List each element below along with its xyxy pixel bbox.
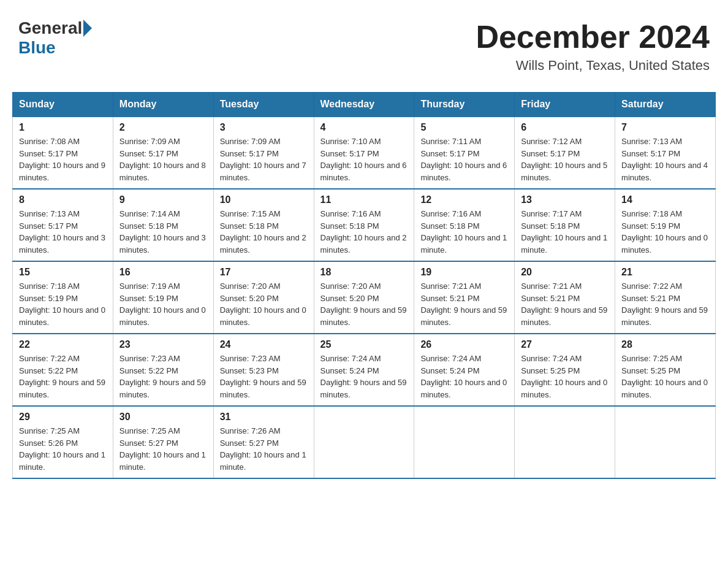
table-row: 22 Sunrise: 7:22 AM Sunset: 5:22 PM Dayl… <box>13 334 113 406</box>
table-row: 17 Sunrise: 7:20 AM Sunset: 5:20 PM Dayl… <box>213 261 314 334</box>
logo-general: General <box>18 18 82 38</box>
logo-arrow-icon <box>83 20 92 37</box>
table-row: 23 Sunrise: 7:23 AM Sunset: 5:22 PM Dayl… <box>113 334 213 406</box>
day-info: Sunrise: 7:10 AM Sunset: 5:17 PM Dayligh… <box>320 136 408 183</box>
day-number: 21 <box>621 267 709 278</box>
day-number: 2 <box>119 122 207 133</box>
day-info: Sunrise: 7:14 AM Sunset: 5:18 PM Dayligh… <box>119 208 207 256</box>
day-number: 26 <box>420 339 508 350</box>
page-header: General Blue December 2024 Wills Point, … <box>12 12 716 80</box>
table-row: 21 Sunrise: 7:22 AM Sunset: 5:21 PM Dayl… <box>615 261 716 334</box>
day-info: Sunrise: 7:18 AM Sunset: 5:19 PM Dayligh… <box>621 208 709 256</box>
table-row: 14 Sunrise: 7:18 AM Sunset: 5:19 PM Dayl… <box>615 189 716 261</box>
day-info: Sunrise: 7:16 AM Sunset: 5:18 PM Dayligh… <box>320 208 408 256</box>
table-row <box>615 406 716 478</box>
col-saturday: Saturday <box>615 93 716 117</box>
table-row: 9 Sunrise: 7:14 AM Sunset: 5:18 PM Dayli… <box>113 189 213 261</box>
table-row <box>414 406 515 478</box>
table-row: 11 Sunrise: 7:16 AM Sunset: 5:18 PM Dayl… <box>314 189 414 261</box>
day-number: 5 <box>420 122 508 133</box>
calendar-week-2: 8 Sunrise: 7:13 AM Sunset: 5:17 PM Dayli… <box>13 189 716 261</box>
title-block: December 2024 Wills Point, Texas, United… <box>476 18 710 74</box>
table-row: 2 Sunrise: 7:09 AM Sunset: 5:17 PM Dayli… <box>113 117 213 189</box>
table-row: 16 Sunrise: 7:19 AM Sunset: 5:19 PM Dayl… <box>113 261 213 334</box>
day-info: Sunrise: 7:21 AM Sunset: 5:21 PM Dayligh… <box>420 280 508 328</box>
calendar-table: Sunday Monday Tuesday Wednesday Thursday… <box>12 92 716 479</box>
day-info: Sunrise: 7:09 AM Sunset: 5:17 PM Dayligh… <box>119 136 207 183</box>
day-number: 19 <box>420 267 508 278</box>
col-sunday: Sunday <box>13 93 113 117</box>
day-number: 3 <box>220 122 308 133</box>
day-info: Sunrise: 7:15 AM Sunset: 5:18 PM Dayligh… <box>220 208 308 256</box>
day-number: 18 <box>320 267 408 278</box>
table-row <box>314 406 414 478</box>
day-number: 24 <box>220 339 308 350</box>
table-row <box>515 406 615 478</box>
day-number: 15 <box>19 267 107 278</box>
table-row: 3 Sunrise: 7:09 AM Sunset: 5:17 PM Dayli… <box>213 117 314 189</box>
day-number: 27 <box>521 339 609 350</box>
table-row: 15 Sunrise: 7:18 AM Sunset: 5:19 PM Dayl… <box>13 261 113 334</box>
logo-text: General <box>18 18 92 38</box>
day-number: 12 <box>420 194 508 205</box>
day-info: Sunrise: 7:19 AM Sunset: 5:19 PM Dayligh… <box>119 280 207 328</box>
day-info: Sunrise: 7:25 AM Sunset: 5:26 PM Dayligh… <box>19 425 107 473</box>
calendar-week-1: 1 Sunrise: 7:08 AM Sunset: 5:17 PM Dayli… <box>13 117 716 189</box>
day-number: 13 <box>521 194 609 205</box>
table-row: 12 Sunrise: 7:16 AM Sunset: 5:18 PM Dayl… <box>414 189 515 261</box>
table-row: 5 Sunrise: 7:11 AM Sunset: 5:17 PM Dayli… <box>414 117 515 189</box>
day-info: Sunrise: 7:23 AM Sunset: 5:23 PM Dayligh… <box>220 353 308 400</box>
day-number: 1 <box>19 122 107 133</box>
table-row: 30 Sunrise: 7:25 AM Sunset: 5:27 PM Dayl… <box>113 406 213 478</box>
day-info: Sunrise: 7:22 AM Sunset: 5:21 PM Dayligh… <box>621 280 709 328</box>
table-row: 29 Sunrise: 7:25 AM Sunset: 5:26 PM Dayl… <box>13 406 113 478</box>
day-number: 14 <box>621 194 709 205</box>
month-title: December 2024 <box>476 18 710 55</box>
day-info: Sunrise: 7:13 AM Sunset: 5:17 PM Dayligh… <box>621 136 709 183</box>
day-number: 30 <box>119 412 207 423</box>
day-info: Sunrise: 7:11 AM Sunset: 5:17 PM Dayligh… <box>420 136 508 183</box>
col-friday: Friday <box>515 93 615 117</box>
day-number: 20 <box>521 267 609 278</box>
day-info: Sunrise: 7:24 AM Sunset: 5:25 PM Dayligh… <box>521 353 609 400</box>
table-row: 6 Sunrise: 7:12 AM Sunset: 5:17 PM Dayli… <box>515 117 615 189</box>
day-info: Sunrise: 7:25 AM Sunset: 5:27 PM Dayligh… <box>119 425 207 473</box>
day-info: Sunrise: 7:13 AM Sunset: 5:17 PM Dayligh… <box>19 208 107 256</box>
day-number: 17 <box>220 267 308 278</box>
calendar-week-5: 29 Sunrise: 7:25 AM Sunset: 5:26 PM Dayl… <box>13 406 716 478</box>
day-info: Sunrise: 7:23 AM Sunset: 5:22 PM Dayligh… <box>119 353 207 400</box>
table-row: 31 Sunrise: 7:26 AM Sunset: 5:27 PM Dayl… <box>213 406 314 478</box>
table-row: 1 Sunrise: 7:08 AM Sunset: 5:17 PM Dayli… <box>13 117 113 189</box>
day-number: 11 <box>320 194 408 205</box>
day-number: 25 <box>320 339 408 350</box>
table-row: 26 Sunrise: 7:24 AM Sunset: 5:24 PM Dayl… <box>414 334 515 406</box>
table-row: 8 Sunrise: 7:13 AM Sunset: 5:17 PM Dayli… <box>13 189 113 261</box>
table-row: 27 Sunrise: 7:24 AM Sunset: 5:25 PM Dayl… <box>515 334 615 406</box>
table-row: 7 Sunrise: 7:13 AM Sunset: 5:17 PM Dayli… <box>615 117 716 189</box>
day-info: Sunrise: 7:24 AM Sunset: 5:24 PM Dayligh… <box>420 353 508 400</box>
day-number: 9 <box>119 194 207 205</box>
day-number: 16 <box>119 267 207 278</box>
day-info: Sunrise: 7:12 AM Sunset: 5:17 PM Dayligh… <box>521 136 609 183</box>
table-row: 24 Sunrise: 7:23 AM Sunset: 5:23 PM Dayl… <box>213 334 314 406</box>
day-number: 7 <box>621 122 709 133</box>
logo: General Blue <box>18 18 92 58</box>
day-info: Sunrise: 7:26 AM Sunset: 5:27 PM Dayligh… <box>220 425 308 473</box>
day-number: 31 <box>220 412 308 423</box>
day-info: Sunrise: 7:08 AM Sunset: 5:17 PM Dayligh… <box>19 136 107 183</box>
day-info: Sunrise: 7:22 AM Sunset: 5:22 PM Dayligh… <box>19 353 107 400</box>
location-title: Wills Point, Texas, United States <box>476 58 710 74</box>
day-number: 4 <box>320 122 408 133</box>
table-row: 19 Sunrise: 7:21 AM Sunset: 5:21 PM Dayl… <box>414 261 515 334</box>
table-row: 4 Sunrise: 7:10 AM Sunset: 5:17 PM Dayli… <box>314 117 414 189</box>
day-info: Sunrise: 7:09 AM Sunset: 5:17 PM Dayligh… <box>220 136 308 183</box>
day-info: Sunrise: 7:17 AM Sunset: 5:18 PM Dayligh… <box>521 208 609 256</box>
day-info: Sunrise: 7:20 AM Sunset: 5:20 PM Dayligh… <box>320 280 408 328</box>
day-number: 8 <box>19 194 107 205</box>
day-number: 28 <box>621 339 709 350</box>
col-tuesday: Tuesday <box>213 93 314 117</box>
table-row: 13 Sunrise: 7:17 AM Sunset: 5:18 PM Dayl… <box>515 189 615 261</box>
day-info: Sunrise: 7:16 AM Sunset: 5:18 PM Dayligh… <box>420 208 508 256</box>
day-number: 29 <box>19 412 107 423</box>
day-number: 23 <box>119 339 207 350</box>
